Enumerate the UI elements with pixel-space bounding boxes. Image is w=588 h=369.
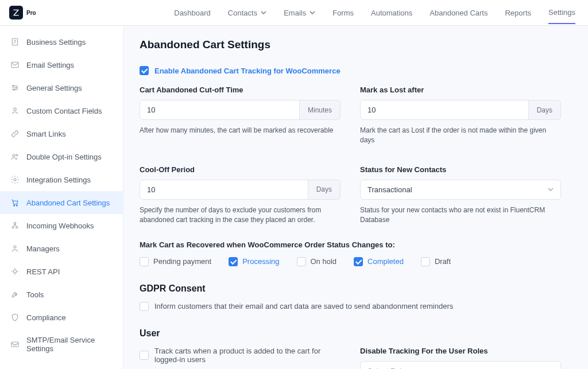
sidebar-item-label: Integration Settings [26, 176, 91, 184]
main-content: Abandoned Cart Settings Enable Abandoned… [123, 26, 577, 369]
sidebar-item-double-optin[interactable]: Double Opt-in Settings [0, 145, 123, 168]
nav-label: Abandoned Carts [430, 9, 488, 17]
sidebar-item-managers[interactable]: Managers [0, 237, 123, 260]
document-icon [10, 37, 20, 46]
shield-icon [10, 313, 20, 322]
cart-icon [10, 198, 20, 207]
gear-icon [10, 175, 20, 184]
sidebar-item-label: Abandoned Cart Settings [26, 199, 110, 207]
gdpr-inform-row[interactable]: Inform customers that their email and ca… [140, 302, 561, 311]
checkbox[interactable] [297, 257, 306, 266]
label-lost: Mark as Lost after [360, 86, 561, 94]
nav-contacts[interactable]: Contacts [228, 9, 266, 17]
chevron-down-icon [548, 185, 554, 194]
sidebar-item-webhooks[interactable]: Incoming Webhooks [0, 214, 123, 237]
checkbox[interactable] [354, 257, 363, 266]
logo[interactable]: Pro [9, 6, 36, 20]
suffix-lost: Days [529, 100, 561, 120]
logo-icon [9, 6, 23, 20]
opt-label: Processing [242, 257, 279, 266]
users-icon [10, 152, 20, 161]
track-logged-row[interactable]: Track carts when a product is added to t… [140, 347, 341, 364]
svg-point-13 [14, 222, 16, 224]
sidebar-item-tools[interactable]: Tools [0, 283, 123, 306]
field-cutoff: Cart Abandoned Cut-off Time Minutes Afte… [140, 86, 341, 146]
field-track-logged: Track carts when a product is added to t… [140, 347, 341, 369]
input-lost[interactable] [360, 100, 529, 120]
field-status-new: Status for New Contacts Transactional St… [360, 165, 561, 226]
label-disable-roles: Disable Tracking For the User Roles [360, 347, 561, 355]
page-title: Abandoned Cart Settings [140, 38, 561, 51]
opt-processing[interactable]: Processing [229, 257, 279, 266]
select-value: Transactional [368, 185, 412, 194]
nav-abandoned-carts[interactable]: Abandoned Carts [430, 9, 488, 17]
opt-draft[interactable]: Draft [421, 257, 451, 266]
help-cooloff: Specify the number of days to exclude yo… [140, 205, 341, 226]
track-logged-label: Track carts when a product is added to t… [154, 347, 341, 364]
help-status-new: Status for your new contacts who are not… [360, 205, 561, 226]
heading-user: User [140, 328, 561, 339]
sidebar-item-label: Tools [26, 290, 44, 299]
opt-label: Completed [368, 257, 404, 266]
nav-settings[interactable]: Settings [548, 8, 575, 24]
sidebar-item-rest-api[interactable]: REST API [0, 260, 123, 283]
sidebar-item-label: Smart Links [26, 130, 66, 138]
svg-point-7 [16, 154, 18, 156]
label-cooloff: Cool-Off Period [140, 165, 341, 174]
sidebar-item-label: Incoming Webhooks [26, 222, 94, 230]
checkbox[interactable] [229, 257, 238, 266]
sliders-icon [10, 83, 20, 92]
field-cooloff: Cool-Off Period Days Specify the number … [140, 165, 341, 226]
webhook-icon [10, 221, 20, 230]
sidebar-item-label: Email Settings [26, 61, 74, 69]
smtp-icon [10, 340, 20, 349]
suffix-cutoff: Minutes [300, 100, 341, 120]
help-cutoff: After how many minutes, the cart will be… [140, 126, 341, 135]
nav-label: Reports [505, 9, 531, 17]
nav-label: Settings [548, 8, 575, 17]
top-nav: Dashboard Contacts Emails Forms Automati… [174, 8, 575, 17]
sidebar-item-label: Double Opt-in Settings [26, 153, 102, 161]
sidebar-item-integration[interactable]: Integration Settings [0, 168, 123, 191]
nav-forms[interactable]: Forms [332, 9, 354, 17]
sidebar-item-abandoned-cart[interactable]: Abandoned Cart Settings [0, 191, 123, 214]
nav-emails[interactable]: Emails [284, 9, 315, 17]
label-cutoff: Cart Abandoned Cut-off Time [140, 86, 341, 94]
heading-gdpr: GDPR Consent [140, 283, 561, 294]
checkbox[interactable] [421, 257, 430, 266]
settings-sidebar: Business Settings Email Settings General… [0, 26, 123, 369]
nav-dashboard[interactable]: Dashboard [174, 9, 211, 17]
checkbox-gdpr-inform[interactable] [140, 302, 149, 311]
label-status-new: Status for New Contacts [360, 165, 561, 174]
opt-pending[interactable]: Pending payment [140, 257, 211, 266]
opt-completed[interactable]: Completed [354, 257, 404, 266]
nav-reports[interactable]: Reports [505, 9, 531, 17]
sidebar-item-label: Business Settings [26, 38, 86, 46]
nav-label: Dashboard [174, 9, 211, 17]
sidebar-item-smtp[interactable]: SMTP/Email Service Settings [0, 329, 123, 360]
svg-point-10 [16, 205, 17, 206]
enable-tracking-row[interactable]: Enable Abandoned Cart Tracking for WooCo… [140, 66, 561, 75]
input-cutoff[interactable] [140, 100, 300, 120]
sidebar-item-custom-contact[interactable]: Custom Contact Fields [0, 99, 123, 122]
sidebar-item-compliance[interactable]: Compliance [0, 306, 123, 329]
sidebar-item-label: General Settings [26, 84, 82, 92]
nav-label: Automations [371, 9, 412, 17]
opt-onhold[interactable]: On hold [297, 257, 337, 266]
checkbox-track-logged[interactable] [140, 351, 149, 360]
nav-automations[interactable]: Automations [371, 9, 412, 17]
checkbox[interactable] [140, 257, 149, 266]
sidebar-item-general[interactable]: General Settings [0, 76, 123, 99]
sidebar-item-business[interactable]: Business Settings [0, 30, 123, 53]
mail-icon [10, 60, 20, 69]
api-icon [10, 267, 20, 276]
sidebar-item-email[interactable]: Email Settings [0, 53, 123, 76]
chevron-down-icon [310, 10, 315, 15]
svg-point-15 [13, 270, 16, 273]
recovered-options: Pending payment Processing On hold Compl… [140, 257, 561, 266]
select-disable-roles[interactable]: Select Roles [360, 361, 561, 369]
checkbox-enable-tracking[interactable] [140, 66, 149, 75]
input-cooloff[interactable] [140, 180, 308, 200]
select-status-new[interactable]: Transactional [360, 180, 561, 200]
sidebar-item-smart-links[interactable]: Smart Links [0, 122, 123, 145]
